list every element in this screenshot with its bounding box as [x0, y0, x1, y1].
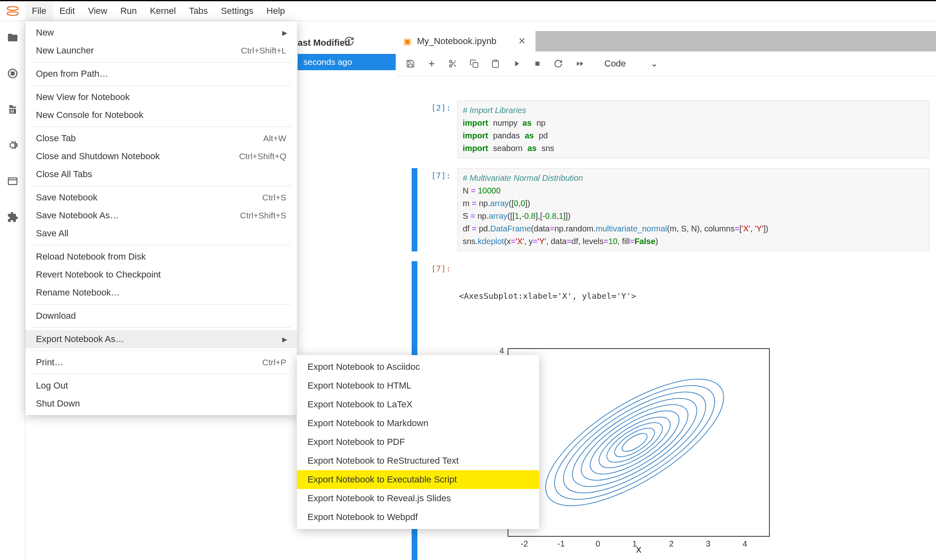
file-save-all[interactable]: Save All — [25, 224, 297, 242]
svg-text:-2: -2 — [521, 539, 528, 548]
cut-icon[interactable] — [448, 59, 457, 68]
svg-text:-1: -1 — [557, 539, 565, 548]
file-export-as[interactable]: Export Notebook As…▶ — [25, 330, 297, 348]
output-text: <AxesSubplot:xlabel='X', ylabel='Y'> — [459, 290, 925, 302]
file-new-console[interactable]: New Console for Notebook — [25, 106, 297, 124]
svg-text:0: 0 — [595, 539, 600, 548]
notebook-tabbar: ▣ My_Notebook.ipynb ✕ — [397, 31, 936, 51]
jupyter-logo-icon — [6, 4, 20, 18]
file-new[interactable]: New▶ — [25, 24, 297, 42]
svg-rect-6 — [8, 178, 17, 184]
file-close-all[interactable]: Close All Tabs — [25, 165, 297, 183]
cell-code[interactable]: # Import Libraries import numpy as np im… — [457, 100, 929, 158]
file-open-from-path[interactable]: Open from Path… — [25, 65, 297, 83]
svg-text:3: 3 — [706, 539, 710, 548]
menu-help[interactable]: Help — [260, 2, 292, 20]
export-pdf[interactable]: Export Notebook to PDF — [297, 433, 539, 451]
chevron-right-icon: ▶ — [282, 29, 287, 37]
file-log-out[interactable]: Log Out — [25, 377, 297, 395]
menu-tabs[interactable]: Tabs — [183, 2, 214, 20]
run-all-icon[interactable] — [575, 59, 585, 68]
stop-icon[interactable] — [533, 60, 542, 68]
export-submenu: Export Notebook to Asciidoc Export Noteb… — [297, 355, 539, 529]
svg-rect-9 — [473, 62, 478, 67]
svg-point-7 — [450, 60, 452, 62]
notebook-tab[interactable]: ▣ My_Notebook.ipynb ✕ — [397, 31, 536, 51]
svg-point-2 — [8, 6, 9, 8]
cell-prompt: [2]: — [420, 100, 457, 158]
svg-rect-11 — [535, 62, 539, 66]
file-revert[interactable]: Revert Notebook to Checkpoint — [25, 266, 297, 284]
svg-rect-5 — [11, 72, 14, 75]
export-latex[interactable]: Export Notebook to LaTeX — [297, 395, 539, 414]
svg-text:4: 4 — [499, 346, 504, 355]
plot-xlabel: X — [636, 545, 641, 553]
export-rst[interactable]: Export Notebook to ReStructured Text — [297, 451, 539, 470]
file-download[interactable]: Download — [25, 307, 297, 325]
export-reveal[interactable]: Export Notebook to Reveal.js Slides — [297, 489, 539, 508]
menubar: File Edit View Run Kernel Tabs Settings … — [0, 0, 936, 21]
cell-code[interactable]: # Multivariate Normal Distribution N = 1… — [457, 168, 929, 251]
chevron-right-icon: ▶ — [282, 336, 287, 343]
filebrowser-row-selected[interactable]: seconds ago — [298, 54, 396, 70]
notebook-tab-title: My_Notebook.ipynb — [417, 36, 496, 47]
settings-icon[interactable] — [7, 140, 18, 151]
menu-settings[interactable]: Settings — [214, 2, 260, 20]
menu-kernel[interactable]: Kernel — [143, 2, 183, 20]
chevron-down-icon: ⌄ — [651, 58, 658, 69]
code-cell[interactable]: [2]: # Import Libraries import numpy as … — [412, 100, 929, 158]
export-markdown[interactable]: Export Notebook to Markdown — [297, 414, 539, 433]
restart-icon[interactable] — [554, 59, 563, 68]
running-icon[interactable] — [7, 68, 18, 79]
menu-file[interactable]: File — [25, 2, 53, 20]
export-executable-script[interactable]: Export Notebook to Executable Script — [297, 470, 539, 489]
file-menu-dropdown: New▶ New LauncherCtrl+Shift+L Open from … — [25, 21, 297, 415]
add-cell-icon[interactable] — [427, 59, 436, 68]
export-asciidoc[interactable]: Export Notebook to Asciidoc — [297, 358, 539, 376]
tabs-icon[interactable] — [7, 176, 18, 187]
file-rename[interactable]: Rename Notebook… — [25, 284, 297, 302]
folder-icon[interactable] — [7, 32, 18, 43]
file-close-tab[interactable]: Close TabAlt+W — [25, 129, 297, 147]
file-new-view[interactable]: New View for Notebook — [25, 88, 297, 106]
notebook-toolbar: Code ⌄ — [397, 51, 936, 76]
svg-rect-10 — [494, 60, 497, 61]
cell-type-select[interactable]: Code ⌄ — [599, 57, 663, 71]
file-shut-down[interactable]: Shut Down — [25, 395, 297, 413]
run-icon[interactable] — [512, 59, 521, 68]
menu-run[interactable]: Run — [114, 2, 143, 20]
extension-icon[interactable] — [7, 211, 18, 223]
copy-icon[interactable] — [470, 59, 479, 68]
file-save[interactable]: Save NotebookCtrl+S — [25, 189, 297, 207]
svg-text:2: 2 — [669, 539, 673, 548]
file-print[interactable]: Print…Ctrl+P — [25, 353, 297, 371]
file-new-launcher[interactable]: New LauncherCtrl+Shift+L — [25, 42, 297, 60]
git-icon[interactable] — [7, 104, 18, 115]
left-rail — [0, 21, 25, 560]
export-webpdf[interactable]: Export Notebook to Webpdf — [297, 508, 539, 527]
notebook-icon: ▣ — [403, 36, 411, 46]
file-close-shutdown[interactable]: Close and Shutdown NotebookCtrl+Shift+Q — [25, 147, 297, 165]
save-icon[interactable] — [406, 59, 415, 68]
close-icon[interactable]: ✕ — [518, 36, 526, 47]
file-save-as[interactable]: Save Notebook As…Ctrl+Shift+S — [25, 207, 297, 224]
svg-rect-12 — [508, 349, 769, 536]
file-reload[interactable]: Reload Notebook from Disk — [25, 248, 297, 266]
svg-point-8 — [450, 64, 452, 67]
svg-point-3 — [16, 14, 18, 16]
menu-edit[interactable]: Edit — [53, 2, 81, 20]
refresh-icon[interactable] — [344, 36, 354, 47]
paste-icon[interactable] — [491, 59, 500, 68]
svg-text:4: 4 — [742, 539, 747, 548]
menu-view[interactable]: View — [81, 2, 114, 20]
cell-prompt: [7]: — [420, 168, 457, 251]
code-cell[interactable]: [7]: # Multivariate Normal Distribution … — [412, 168, 929, 251]
export-html[interactable]: Export Notebook to HTML — [297, 376, 539, 395]
cell-type-label: Code — [604, 58, 626, 69]
